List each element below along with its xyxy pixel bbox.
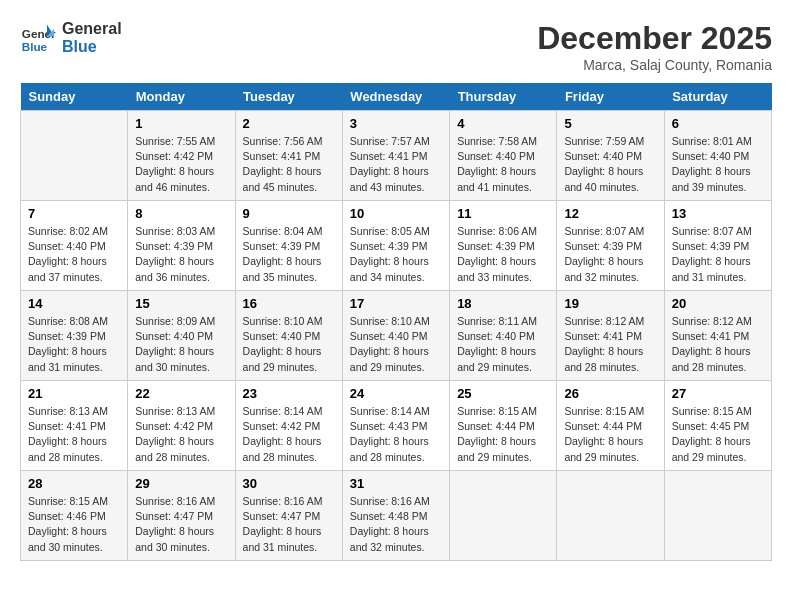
day-number: 4 bbox=[457, 116, 549, 131]
day-number: 21 bbox=[28, 386, 120, 401]
day-number: 24 bbox=[350, 386, 442, 401]
day-number: 3 bbox=[350, 116, 442, 131]
day-number: 15 bbox=[135, 296, 227, 311]
day-number: 20 bbox=[672, 296, 764, 311]
day-info: Sunrise: 7:56 AM Sunset: 4:41 PM Dayligh… bbox=[243, 134, 335, 195]
day-number: 17 bbox=[350, 296, 442, 311]
day-cell: 24 Sunrise: 8:14 AM Sunset: 4:43 PM Dayl… bbox=[342, 381, 449, 471]
day-cell bbox=[21, 111, 128, 201]
day-cell: 28 Sunrise: 8:15 AM Sunset: 4:46 PM Dayl… bbox=[21, 471, 128, 561]
day-cell: 26 Sunrise: 8:15 AM Sunset: 4:44 PM Dayl… bbox=[557, 381, 664, 471]
day-header-thursday: Thursday bbox=[450, 83, 557, 111]
day-header-friday: Friday bbox=[557, 83, 664, 111]
week-row-0: 1 Sunrise: 7:55 AM Sunset: 4:42 PM Dayli… bbox=[21, 111, 772, 201]
day-number: 30 bbox=[243, 476, 335, 491]
day-cell: 5 Sunrise: 7:59 AM Sunset: 4:40 PM Dayli… bbox=[557, 111, 664, 201]
day-info: Sunrise: 8:02 AM Sunset: 4:40 PM Dayligh… bbox=[28, 224, 120, 285]
day-info: Sunrise: 8:03 AM Sunset: 4:39 PM Dayligh… bbox=[135, 224, 227, 285]
day-cell: 7 Sunrise: 8:02 AM Sunset: 4:40 PM Dayli… bbox=[21, 201, 128, 291]
day-info: Sunrise: 8:11 AM Sunset: 4:40 PM Dayligh… bbox=[457, 314, 549, 375]
day-cell: 19 Sunrise: 8:12 AM Sunset: 4:41 PM Dayl… bbox=[557, 291, 664, 381]
day-info: Sunrise: 8:15 AM Sunset: 4:45 PM Dayligh… bbox=[672, 404, 764, 465]
day-header-monday: Monday bbox=[128, 83, 235, 111]
day-info: Sunrise: 8:07 AM Sunset: 4:39 PM Dayligh… bbox=[672, 224, 764, 285]
day-number: 23 bbox=[243, 386, 335, 401]
week-row-2: 14 Sunrise: 8:08 AM Sunset: 4:39 PM Dayl… bbox=[21, 291, 772, 381]
day-number: 22 bbox=[135, 386, 227, 401]
day-number: 6 bbox=[672, 116, 764, 131]
day-cell: 27 Sunrise: 8:15 AM Sunset: 4:45 PM Dayl… bbox=[664, 381, 771, 471]
day-info: Sunrise: 8:15 AM Sunset: 4:44 PM Dayligh… bbox=[564, 404, 656, 465]
day-cell bbox=[664, 471, 771, 561]
day-info: Sunrise: 8:05 AM Sunset: 4:39 PM Dayligh… bbox=[350, 224, 442, 285]
day-cell: 23 Sunrise: 8:14 AM Sunset: 4:42 PM Dayl… bbox=[235, 381, 342, 471]
day-cell: 6 Sunrise: 8:01 AM Sunset: 4:40 PM Dayli… bbox=[664, 111, 771, 201]
day-header-tuesday: Tuesday bbox=[235, 83, 342, 111]
day-header-sunday: Sunday bbox=[21, 83, 128, 111]
day-cell: 9 Sunrise: 8:04 AM Sunset: 4:39 PM Dayli… bbox=[235, 201, 342, 291]
day-info: Sunrise: 8:12 AM Sunset: 4:41 PM Dayligh… bbox=[672, 314, 764, 375]
day-number: 9 bbox=[243, 206, 335, 221]
day-cell: 14 Sunrise: 8:08 AM Sunset: 4:39 PM Dayl… bbox=[21, 291, 128, 381]
day-cell: 20 Sunrise: 8:12 AM Sunset: 4:41 PM Dayl… bbox=[664, 291, 771, 381]
day-cell: 25 Sunrise: 8:15 AM Sunset: 4:44 PM Dayl… bbox=[450, 381, 557, 471]
day-info: Sunrise: 8:10 AM Sunset: 4:40 PM Dayligh… bbox=[350, 314, 442, 375]
day-cell: 1 Sunrise: 7:55 AM Sunset: 4:42 PM Dayli… bbox=[128, 111, 235, 201]
day-number: 28 bbox=[28, 476, 120, 491]
week-row-4: 28 Sunrise: 8:15 AM Sunset: 4:46 PM Dayl… bbox=[21, 471, 772, 561]
day-cell: 16 Sunrise: 8:10 AM Sunset: 4:40 PM Dayl… bbox=[235, 291, 342, 381]
day-header-saturday: Saturday bbox=[664, 83, 771, 111]
day-info: Sunrise: 7:58 AM Sunset: 4:40 PM Dayligh… bbox=[457, 134, 549, 195]
day-cell: 22 Sunrise: 8:13 AM Sunset: 4:42 PM Dayl… bbox=[128, 381, 235, 471]
day-number: 13 bbox=[672, 206, 764, 221]
day-number: 14 bbox=[28, 296, 120, 311]
day-number: 7 bbox=[28, 206, 120, 221]
day-info: Sunrise: 8:07 AM Sunset: 4:39 PM Dayligh… bbox=[564, 224, 656, 285]
day-info: Sunrise: 8:06 AM Sunset: 4:39 PM Dayligh… bbox=[457, 224, 549, 285]
day-info: Sunrise: 7:57 AM Sunset: 4:41 PM Dayligh… bbox=[350, 134, 442, 195]
day-info: Sunrise: 8:09 AM Sunset: 4:40 PM Dayligh… bbox=[135, 314, 227, 375]
day-info: Sunrise: 8:16 AM Sunset: 4:48 PM Dayligh… bbox=[350, 494, 442, 555]
day-info: Sunrise: 8:14 AM Sunset: 4:42 PM Dayligh… bbox=[243, 404, 335, 465]
day-info: Sunrise: 8:13 AM Sunset: 4:42 PM Dayligh… bbox=[135, 404, 227, 465]
day-cell: 30 Sunrise: 8:16 AM Sunset: 4:47 PM Dayl… bbox=[235, 471, 342, 561]
day-number: 19 bbox=[564, 296, 656, 311]
day-info: Sunrise: 8:15 AM Sunset: 4:46 PM Dayligh… bbox=[28, 494, 120, 555]
day-info: Sunrise: 8:16 AM Sunset: 4:47 PM Dayligh… bbox=[135, 494, 227, 555]
day-number: 31 bbox=[350, 476, 442, 491]
page-header: General Blue General Blue December 2025 … bbox=[20, 20, 772, 73]
day-cell bbox=[450, 471, 557, 561]
location: Marca, Salaj County, Romania bbox=[537, 57, 772, 73]
day-cell bbox=[557, 471, 664, 561]
month-title: December 2025 bbox=[537, 20, 772, 57]
day-number: 10 bbox=[350, 206, 442, 221]
day-info: Sunrise: 8:08 AM Sunset: 4:39 PM Dayligh… bbox=[28, 314, 120, 375]
day-number: 16 bbox=[243, 296, 335, 311]
logo: General Blue General Blue bbox=[20, 20, 122, 56]
day-info: Sunrise: 8:15 AM Sunset: 4:44 PM Dayligh… bbox=[457, 404, 549, 465]
day-cell: 3 Sunrise: 7:57 AM Sunset: 4:41 PM Dayli… bbox=[342, 111, 449, 201]
day-number: 18 bbox=[457, 296, 549, 311]
day-info: Sunrise: 8:14 AM Sunset: 4:43 PM Dayligh… bbox=[350, 404, 442, 465]
day-info: Sunrise: 8:01 AM Sunset: 4:40 PM Dayligh… bbox=[672, 134, 764, 195]
day-cell: 31 Sunrise: 8:16 AM Sunset: 4:48 PM Dayl… bbox=[342, 471, 449, 561]
day-header-wednesday: Wednesday bbox=[342, 83, 449, 111]
day-number: 29 bbox=[135, 476, 227, 491]
day-info: Sunrise: 8:04 AM Sunset: 4:39 PM Dayligh… bbox=[243, 224, 335, 285]
calendar-table: SundayMondayTuesdayWednesdayThursdayFrid… bbox=[20, 83, 772, 561]
day-info: Sunrise: 8:16 AM Sunset: 4:47 PM Dayligh… bbox=[243, 494, 335, 555]
day-number: 2 bbox=[243, 116, 335, 131]
day-info: Sunrise: 8:10 AM Sunset: 4:40 PM Dayligh… bbox=[243, 314, 335, 375]
day-number: 5 bbox=[564, 116, 656, 131]
week-row-1: 7 Sunrise: 8:02 AM Sunset: 4:40 PM Dayli… bbox=[21, 201, 772, 291]
day-cell: 10 Sunrise: 8:05 AM Sunset: 4:39 PM Dayl… bbox=[342, 201, 449, 291]
logo-icon: General Blue bbox=[20, 20, 56, 56]
day-cell: 11 Sunrise: 8:06 AM Sunset: 4:39 PM Dayl… bbox=[450, 201, 557, 291]
day-number: 11 bbox=[457, 206, 549, 221]
day-cell: 13 Sunrise: 8:07 AM Sunset: 4:39 PM Dayl… bbox=[664, 201, 771, 291]
day-cell: 21 Sunrise: 8:13 AM Sunset: 4:41 PM Dayl… bbox=[21, 381, 128, 471]
week-row-3: 21 Sunrise: 8:13 AM Sunset: 4:41 PM Dayl… bbox=[21, 381, 772, 471]
day-cell: 18 Sunrise: 8:11 AM Sunset: 4:40 PM Dayl… bbox=[450, 291, 557, 381]
day-info: Sunrise: 7:59 AM Sunset: 4:40 PM Dayligh… bbox=[564, 134, 656, 195]
day-cell: 12 Sunrise: 8:07 AM Sunset: 4:39 PM Dayl… bbox=[557, 201, 664, 291]
